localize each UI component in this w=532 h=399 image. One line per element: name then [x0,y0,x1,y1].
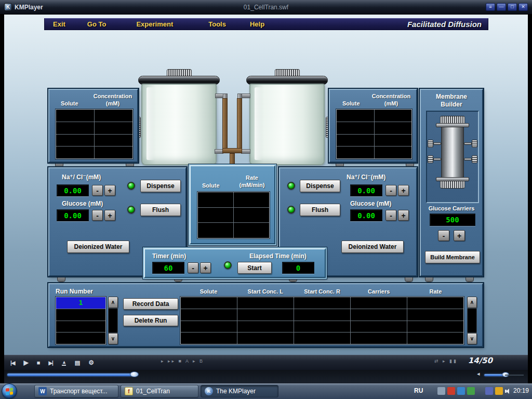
membrane-side-port [428,140,433,148]
left-flush-button[interactable]: Flush [140,204,181,216]
update-icon[interactable] [495,387,503,395]
membrane-holder-crossbar [222,148,242,153]
play-button[interactable]: ▶ [24,359,28,366]
taskbar-item-label: The KMPlayer [216,388,256,395]
maximize-button[interactable]: □ [508,3,517,11]
taskbar-item-word-document[interactable]: W Транспорт вещест... [34,385,118,397]
right-nacl-display: 0.00 [350,184,382,196]
membrane-side-port [472,140,477,148]
volume-track[interactable] [505,375,524,376]
left-nacl-minus-button[interactable]: - [92,185,103,196]
run-scrollbar-track[interactable] [108,308,118,333]
settings-gear-icon[interactable]: ⚙ [88,359,94,366]
right-conc-header: Concentration (mM) [367,92,415,107]
menu-help[interactable]: Help [250,20,264,28]
data-scrollbar-track[interactable] [467,308,477,333]
glucose-carriers-display: 500 [430,214,475,226]
volume-marker-icon: ◂ [477,370,480,377]
menu-exit[interactable]: Exit [53,20,65,28]
display-settings-icon[interactable] [437,387,445,395]
left-glucose-plus-button[interactable]: + [104,210,115,221]
left-nacl-label: Na⁺/ Cl⁻(mM) [62,174,101,181]
left-concentration-panel: Solute Concentration (mM) [48,89,138,163]
right-glucose-plus-button[interactable]: + [398,210,409,221]
run-number-selected[interactable]: 1 [56,297,105,309]
run-number-list[interactable]: 1 [56,297,106,344]
carriers-minus-button[interactable]: - [438,230,449,241]
build-membrane-button[interactable]: Build Membrane [425,251,480,263]
start-button[interactable]: Start [237,262,272,274]
taskbar-item-kmplayer[interactable]: K The KMPlayer [201,385,278,397]
close-button[interactable]: ✕ [518,3,528,11]
stop-button[interactable]: ■ [37,360,40,366]
delete-run-button[interactable]: Delete Run [123,315,178,326]
next-button[interactable]: ▶| [48,360,53,366]
right-glucose-label: Glucose (mM) [350,200,391,207]
left-glucose-minus-button[interactable]: - [92,210,103,221]
menu-tools[interactable]: Tools [208,20,226,28]
taskbar-item-celltran[interactable]: f 01_CellTran [121,385,198,397]
run-number-header: Run Number [56,288,93,295]
language-indicator[interactable]: RU [414,387,423,394]
experiment-title: Facilitated Diffusion [407,20,482,29]
right-deionized-water-button[interactable]: Deionized Water [341,241,404,253]
carriers-plus-button[interactable]: + [454,230,465,241]
antivirus-icon[interactable] [447,387,455,395]
right-dispense-button[interactable]: Dispense [300,180,340,192]
system-tray-group-2 [485,387,513,395]
kmplayer-icon: K [205,387,213,395]
kmplayer-titlebar[interactable]: K KMPlayer 01_CellTran.swf ≡ — □ ✕ [0,0,532,15]
seek-progress-fill[interactable] [7,374,133,376]
right-glucose-minus-button[interactable]: - [385,210,396,221]
seek-slider-handle[interactable] [130,371,139,377]
run-scroll-up-button[interactable]: ∧ [108,297,118,308]
tube-bottom-right [241,149,250,154]
left-dispense-button[interactable]: Dispense [140,180,181,192]
network-icon[interactable] [485,387,493,395]
messenger-icon[interactable] [457,387,465,395]
previous-button[interactable]: |◀ [10,360,15,366]
left-conc-header-line2: (mM) [89,100,137,107]
right-nacl-plus-button[interactable]: + [398,185,409,196]
frame-counter: 14/50 [446,356,493,365]
membrane-device-top-cap [440,116,465,124]
left-concentration-table [56,109,133,159]
playlist-button[interactable]: ▤ [75,360,79,366]
data-scroll-down-button[interactable]: ∨ [467,333,477,344]
right-conc-solute-header: Solute [342,100,360,107]
left-flush-led [127,206,135,214]
membrane-side-port [472,155,477,163]
right-flush-button[interactable]: Flush [300,204,340,216]
window-menu-button[interactable]: ≡ [486,3,495,11]
membrane-holder-stem [230,153,235,166]
left-deionized-water-button[interactable]: Deionized Water [67,241,129,253]
volume-icon[interactable] [505,387,513,395]
start-button[interactable] [2,383,17,399]
simulation-menubar: Exit Go To Experiment Tools Help Facilit… [44,18,488,30]
menu-experiment[interactable]: Experiment [136,20,173,28]
flash-file-icon: f [125,387,133,395]
left-glucose-display: 0.00 [57,209,89,221]
left-nacl-plus-button[interactable]: + [104,185,115,196]
right-beaker-gloss [255,87,263,160]
right-concentration-table [336,109,412,159]
left-beaker-gloss [147,87,155,160]
left-dispense-led [127,182,135,190]
right-nacl-minus-button[interactable]: - [385,185,396,196]
ab-repeat-controls[interactable]: ▸ ▸▸ ■ A ▸ B [161,358,204,364]
timer-minus-button[interactable]: - [188,262,198,273]
right-glucose-display: 0.00 [350,209,382,221]
taskbar-item-label: 01_CellTran [136,388,170,395]
rate-header-line2: (mM/min) [233,181,271,189]
membrane-builder-panel: Membrane Builder Glucose Carriers 500 - … [420,89,483,276]
security-shield-icon[interactable] [467,387,475,395]
timer-plus-button[interactable]: + [200,262,211,273]
elapsed-time-display: 0 [282,262,314,274]
run-scroll-down-button[interactable]: ∨ [108,333,118,344]
menu-goto[interactable]: Go To [87,20,107,28]
minimize-button[interactable]: — [497,3,506,11]
record-data-button[interactable]: Record Data [123,298,178,310]
data-scroll-up-button[interactable]: ∧ [467,297,477,308]
volume-fill[interactable] [484,374,504,376]
eject-button[interactable]: ▲ [62,360,66,366]
